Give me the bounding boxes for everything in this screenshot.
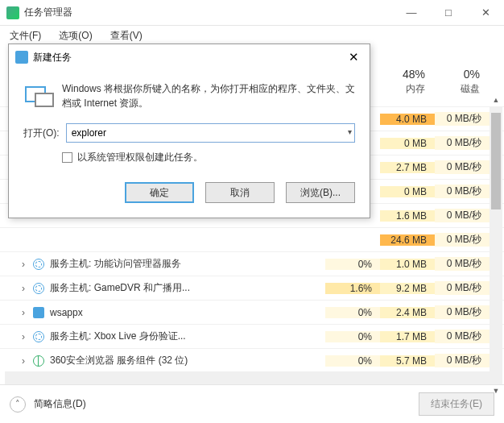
open-combobox[interactable]: ▾ [66, 123, 355, 143]
expand-icon[interactable]: › [14, 307, 32, 318]
menu-view[interactable]: 查看(V) [105, 27, 147, 44]
disk-cell: 0 MB/秒 [435, 160, 490, 174]
minimize-button[interactable]: — [393, 0, 430, 26]
disk-cell: 0 MB/秒 [435, 281, 490, 295]
cpu-cell: 0% [325, 331, 380, 342]
expand-icon[interactable]: › [14, 283, 32, 294]
cpu-cell: 1.6% [325, 283, 380, 294]
window-title: 任务管理器 [24, 6, 393, 19]
process-name: wsappx [50, 307, 83, 318]
disk-cell: 0 MB/秒 [435, 136, 490, 150]
vertical-scrollbar[interactable]: ▲ ▼ [490, 106, 502, 384]
brief-info-link[interactable]: 简略信息(D) [34, 397, 419, 411]
disk-cell: 0 MB/秒 [435, 185, 490, 198]
table-row[interactable]: ›wsappx0%2.4 MB0 MB/秒 [0, 300, 504, 324]
titlebar: 任务管理器 — □ ✕ [0, 0, 504, 26]
disk-cell: 0 MB/秒 [435, 354, 490, 367]
disk-cell: 0 MB/秒 [435, 209, 490, 222]
dialog-title: 新建任务 [33, 51, 337, 64]
gear-icon [32, 282, 45, 295]
new-task-dialog: 新建任务 ✕ Windows 将根据你所键入的名称，为你打开相应的程序、文件夹、… [8, 44, 370, 218]
table-row[interactable]: 24.6 MB0 MB/秒 [0, 227, 504, 251]
ok-button[interactable]: 确定 [125, 182, 194, 203]
memory-cell: 2.4 MB [380, 307, 435, 318]
open-input[interactable] [66, 123, 355, 143]
menu-file[interactable]: 文件(F) [5, 27, 46, 44]
table-row[interactable]: ›服务主机: Xbox Live 身份验证...0%1.7 MB0 MB/秒 [0, 324, 504, 348]
expand-icon[interactable]: › [14, 355, 32, 367]
dialog-icon [15, 51, 28, 64]
shield-icon [32, 306, 45, 319]
cpu-cell: 0% [325, 259, 380, 270]
dialog-titlebar: 新建任务 ✕ [9, 44, 370, 70]
header-memory[interactable]: 48% 内存 [378, 68, 433, 96]
memory-cell: 24.6 MB [380, 234, 435, 246]
expand-icon[interactable]: › [14, 259, 32, 270]
cpu-cell: 0% [325, 307, 380, 318]
app-icon [6, 6, 19, 19]
gear-icon [32, 258, 45, 271]
close-button[interactable]: ✕ [467, 0, 504, 26]
run-icon [23, 81, 52, 110]
memory-cell: 0 MB [380, 186, 435, 197]
table-row[interactable]: ›服务主机: 功能访问管理器服务0%1.0 MB0 MB/秒 [0, 251, 504, 276]
open-label: 打开(O): [23, 126, 60, 140]
footer: ˄ 简略信息(D) 结束任务(E) [0, 384, 504, 423]
table-row[interactable]: ›360安全浏览器 服务组件 (32 位)0%5.7 MB0 MB/秒 [0, 348, 504, 372]
disk-cell: 0 MB/秒 [435, 330, 490, 343]
dialog-description: Windows 将根据你所键入的名称，为你打开相应的程序、文件夹、文档或 Int… [62, 81, 355, 110]
memory-cell: 1.0 MB [380, 259, 435, 270]
disk-cell: 0 MB/秒 [435, 257, 490, 271]
process-name: 服务主机: 功能访问管理器服务 [50, 257, 181, 271]
collapse-icon[interactable]: ˄ [10, 396, 26, 413]
globe-icon [32, 355, 45, 367]
menu-options[interactable]: 选项(O) [54, 27, 97, 44]
column-headers: 48% 内存 0% 磁盘 [378, 68, 488, 96]
memory-cell: 2.7 MB [380, 162, 435, 173]
table-row[interactable]: ›服务主机: GameDVR 和广播用...1.6%9.2 MB0 MB/秒 [0, 276, 504, 300]
dropdown-icon[interactable]: ▾ [348, 127, 352, 136]
process-name: 服务主机: GameDVR 和广播用... [50, 281, 190, 295]
scroll-up-icon[interactable]: ▲ [490, 93, 502, 106]
header-disk[interactable]: 0% 磁盘 [433, 68, 488, 96]
memory-cell: 5.7 MB [380, 355, 435, 367]
disk-cell: 0 MB/秒 [435, 305, 490, 319]
memory-cell: 1.7 MB [380, 331, 435, 342]
maximize-button[interactable]: □ [430, 0, 467, 26]
expand-icon[interactable]: › [14, 331, 32, 342]
admin-checkbox[interactable] [62, 152, 72, 163]
gear-icon [32, 330, 45, 343]
process-name: 服务主机: Xbox Live 身份验证... [50, 330, 186, 343]
disk-cell: 0 MB/秒 [435, 233, 490, 247]
end-task-button: 结束任务(E) [419, 392, 494, 416]
browse-button[interactable]: 浏览(B)... [286, 182, 355, 203]
memory-cell: 4.0 MB [380, 114, 435, 125]
cpu-cell: 0% [325, 355, 380, 367]
menubar: 文件(F) 选项(O) 查看(V) [0, 26, 504, 45]
cancel-button[interactable]: 取消 [205, 182, 275, 203]
admin-label: 以系统管理权限创建此任务。 [77, 151, 203, 164]
disk-cell: 0 MB/秒 [435, 112, 490, 126]
memory-cell: 9.2 MB [380, 283, 435, 294]
memory-cell: 0 MB [380, 138, 435, 149]
process-name: 360安全浏览器 服务组件 (32 位) [50, 354, 188, 367]
memory-cell: 1.6 MB [380, 210, 435, 222]
dialog-close-button[interactable]: ✕ [337, 50, 370, 64]
scroll-thumb[interactable] [491, 113, 501, 209]
horizontal-scrollbar[interactable] [5, 371, 499, 384]
